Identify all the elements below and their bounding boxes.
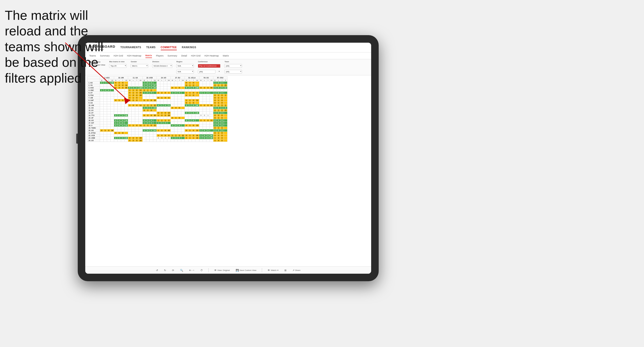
matrix-cell xyxy=(181,87,185,89)
division-select[interactable]: NCAA Division I NCAA Division II xyxy=(152,64,172,68)
conference-select2[interactable]: (All) xyxy=(198,70,215,74)
subnav-h2h-grid1[interactable]: H2H Grid xyxy=(114,54,123,58)
matrix-cell xyxy=(107,127,111,129)
matrix-cell: 2 xyxy=(156,92,160,94)
toolbar-divider xyxy=(208,268,209,272)
grid-icon: ⊞ xyxy=(284,269,286,272)
share-button[interactable]: ↗ Share xyxy=(291,268,302,272)
refresh-button[interactable]: ⟳ xyxy=(171,268,176,272)
matrix-cell: 1 xyxy=(118,99,121,102)
matrix-cell: 26 xyxy=(167,114,171,117)
matrix-cell: 0 xyxy=(192,112,195,114)
undo-button[interactable]: ↺ xyxy=(154,268,159,272)
matrix-cell: 0 xyxy=(135,124,139,127)
matrix-cell: 12 xyxy=(125,84,128,87)
nav-tournaments[interactable]: TOURNAMENTS xyxy=(120,45,141,50)
timer-button[interactable]: ⏱ xyxy=(199,268,204,272)
gender-filter: Gender Men's Women's xyxy=(131,61,148,68)
nav-rankings[interactable]: RANKINGS xyxy=(182,45,196,50)
nav-committee[interactable]: COMMITTEE xyxy=(161,45,177,50)
zoom-out-button[interactable]: 🔍 xyxy=(179,268,185,272)
matrix-cell: 1 xyxy=(217,117,220,119)
matrix-cell xyxy=(118,107,121,109)
matrix-cell xyxy=(125,112,128,114)
region-select[interactable]: N/A xyxy=(176,64,194,68)
matrix-cell xyxy=(178,114,181,117)
matrix-cell xyxy=(135,84,139,87)
zoom-controls[interactable]: ⊕ − + xyxy=(188,269,196,272)
conference-select-wrapper2: (All) xyxy=(198,69,220,74)
subnav-matrix2[interactable]: Matrix xyxy=(223,54,229,58)
matrix-cell xyxy=(153,127,156,129)
matrix-cell: 0 xyxy=(149,104,153,107)
subnav-h2h-grid2[interactable]: H2H Grid xyxy=(191,54,201,58)
matrix-cell xyxy=(174,109,178,112)
matrix-cell: 1 xyxy=(132,89,135,92)
matrix-cell: 0 xyxy=(160,122,164,124)
matrix-cell: 0 xyxy=(164,97,167,99)
grid-button[interactable]: ⊞ xyxy=(283,268,288,272)
matrix-cell: 27 xyxy=(153,84,156,87)
matrix-cell xyxy=(185,139,188,142)
gender-select[interactable]: Men's Women's xyxy=(131,64,148,68)
team-filter: Team (All) (All) xyxy=(224,61,242,74)
matrix-cell xyxy=(128,119,132,122)
team-select[interactable]: (All) xyxy=(224,64,242,68)
matrix-cell xyxy=(181,82,185,84)
subnav-summary2[interactable]: Summary xyxy=(168,54,177,58)
subnav-h2h-heatmap1[interactable]: H2H Heatmap xyxy=(127,54,141,58)
nav-teams[interactable]: TEAMS xyxy=(146,45,156,50)
tablet-side-button[interactable] xyxy=(76,134,78,144)
matrix-cell: 1 xyxy=(188,104,192,107)
matrix-cell xyxy=(167,117,171,119)
matrix-cell: 13 xyxy=(195,129,199,132)
matrix-cell: 1 xyxy=(118,114,121,117)
matrix-cell xyxy=(104,99,107,102)
matrix-cell xyxy=(224,97,227,99)
matrix-cell xyxy=(181,119,185,122)
nav-links: TOURNAMENTS TEAMS COMMITTEE RANKINGS xyxy=(120,45,196,50)
conference-select[interactable]: Pac-12 Conference (All) xyxy=(198,64,220,68)
matrix-cell: 1 xyxy=(132,92,135,94)
matrix-cell: 0 xyxy=(146,84,149,87)
matrix-area[interactable]: 3. ASU 10. UW 11. UA 22. UCB 24. UO 27. … xyxy=(85,75,371,266)
matrix-cell: 0 xyxy=(149,122,153,124)
matrix-cell: 11 xyxy=(139,89,143,92)
sub-l-8: L xyxy=(203,79,206,82)
matrix-cell xyxy=(224,119,227,122)
region-select2[interactable]: N/A xyxy=(176,70,194,74)
matrix-cell: 3 xyxy=(217,114,220,117)
matrix-cell: 0 xyxy=(118,137,121,139)
matrix-cell: 1 xyxy=(199,134,203,137)
matrix-cell: 0 xyxy=(199,114,203,117)
matrix-cell xyxy=(142,117,146,119)
redo-button[interactable]: ↻ xyxy=(163,268,168,272)
matrix-cell xyxy=(139,97,143,99)
save-custom-button[interactable]: 💾 Save Custom View xyxy=(234,268,258,272)
filters-row: Full View Compact View Max teams in view… xyxy=(85,59,371,75)
toolbar-divider2 xyxy=(262,268,262,272)
team-select2[interactable]: (All) xyxy=(224,70,242,74)
row-label: 22. UCB xyxy=(88,134,100,137)
matrix-cell xyxy=(100,134,104,137)
subnav-detail[interactable]: Detail xyxy=(181,54,187,58)
matrix-cell xyxy=(139,84,143,87)
matrix-cell xyxy=(206,132,210,134)
subnav-players[interactable]: Players xyxy=(156,54,164,58)
matrix-cell xyxy=(195,97,199,99)
matrix-cell xyxy=(185,114,188,117)
subnav-matrix1[interactable]: Matrix xyxy=(145,53,152,58)
matrix-cell xyxy=(206,97,210,99)
max-teams-select[interactable]: Top 25 Top 10 All xyxy=(109,64,127,68)
matrix-cell xyxy=(167,99,171,102)
matrix-cell xyxy=(114,117,118,119)
matrix-cell: 11 xyxy=(139,124,143,127)
matrix-cell: 1 xyxy=(146,89,149,92)
view-original-button[interactable]: 👁 View: Original xyxy=(213,268,231,272)
matrix-cell xyxy=(104,139,107,142)
matrix-cell: 0 xyxy=(156,137,160,139)
matrix-cell: 25 xyxy=(224,84,227,87)
watch-button[interactable]: 👁 Watch ▾ xyxy=(266,268,280,272)
subnav-h2h-heatmap2[interactable]: H2H Heatmap xyxy=(204,54,219,58)
matrix-cell xyxy=(100,94,104,97)
